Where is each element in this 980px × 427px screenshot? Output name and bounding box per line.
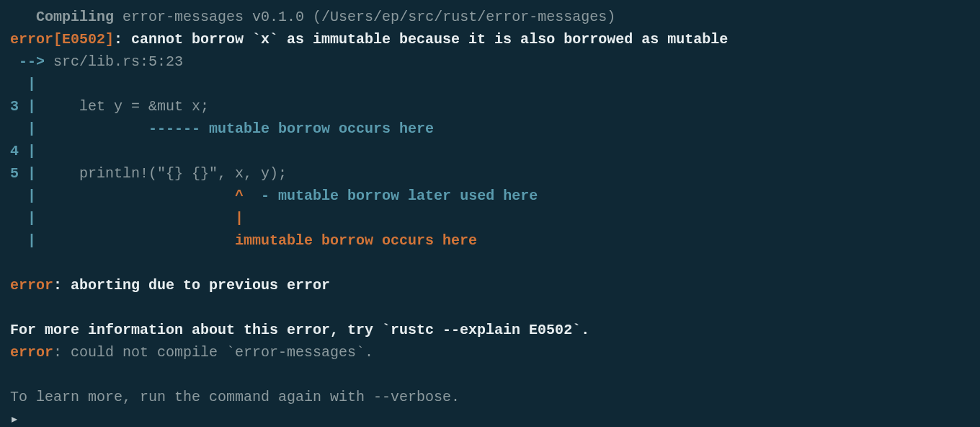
abort-error-label: error — [10, 277, 53, 294]
location-file: src/lib.rs:5:23 — [45, 53, 183, 70]
annotation-mutable-borrow: mutable borrow occurs here — [200, 120, 434, 137]
compile-fail-message: : could not compile `error-messages`. — [53, 344, 373, 361]
pipe-prefix: | — [10, 210, 235, 226]
code-line-3: let y = &mut x; — [36, 98, 209, 115]
code-line-5: println!("{} {}", x, y); — [36, 165, 287, 182]
underline-3: | ------ — [10, 120, 200, 137]
location-arrow: --> — [10, 53, 45, 70]
line-number-5: 5 | — [10, 165, 36, 182]
compiling-label: Compiling — [10, 9, 114, 25]
gutter-pipe: | — [10, 76, 36, 92]
line-number-4: 4 | — [10, 143, 36, 159]
annotation-immutable-borrow: immutable borrow occurs here — [235, 232, 477, 249]
annotation-later-used: - mutable borrow later used here — [244, 188, 538, 204]
caret-icon: ^ — [235, 188, 244, 204]
compile-fail-label: error — [10, 344, 53, 361]
pipe-underline-icon: | — [235, 210, 244, 226]
abort-message: : aborting due to previous error — [53, 277, 330, 294]
caret-prefix: | — [10, 188, 235, 204]
cursor-icon[interactable]: ▸ — [10, 411, 19, 427]
error-message: : cannot borrow `x` as immutable because… — [114, 31, 728, 48]
immutable-prefix: | — [10, 232, 235, 249]
line-number-3: 3 | — [10, 98, 36, 115]
more-info: For more information about this error, t… — [10, 322, 589, 338]
learn-more: To learn more, run the command again wit… — [10, 389, 460, 405]
terminal-output: Compiling error-messages v0.1.0 (/Users/… — [10, 6, 970, 427]
error-code: error[E0502] — [10, 31, 114, 48]
compile-package: error-messages v0.1.0 (/Users/ep/src/rus… — [122, 9, 615, 25]
